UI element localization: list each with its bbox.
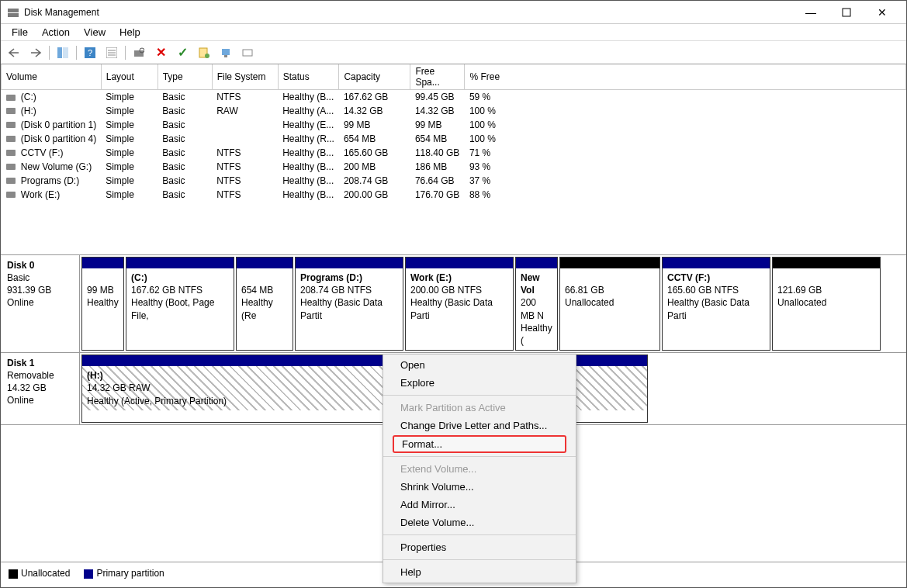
volume-row[interactable]: Work (E:)SimpleBasicNTFSHealthy (B...200…: [2, 188, 906, 202]
cm-change-drive-letter[interactable]: Change Drive Letter and Paths...: [383, 417, 576, 434]
partition-stripe: [237, 258, 293, 268]
cm-sep: [383, 559, 576, 560]
col-layout[interactable]: Layout: [101, 64, 158, 90]
svg-rect-13: [224, 55, 227, 57]
disk1-info[interactable]: Disk 1 Removable 14.32 GB Online: [1, 353, 80, 424]
svg-text:?: ?: [88, 48, 92, 57]
svg-rect-12: [222, 49, 230, 55]
svg-rect-14: [243, 50, 252, 56]
back-button[interactable]: [5, 44, 23, 61]
volume-row[interactable]: CCTV (F:)SimpleBasicNTFSHealthy (B...165…: [2, 146, 906, 160]
cm-extend-volume: Extend Volume...: [383, 460, 576, 478]
detach-vhd-icon[interactable]: [239, 44, 256, 61]
disk0-info[interactable]: Disk 0 Basic 931.39 GB Online: [1, 255, 80, 352]
volume-list[interactable]: Volume Layout Type File System Status Ca…: [1, 64, 906, 255]
cm-sep: [383, 534, 576, 535]
minimize-button[interactable]: —: [793, 1, 829, 24]
volume-row[interactable]: New Volume (G:)SimpleBasicNTFSHealthy (B…: [2, 160, 906, 174]
disk-row-0[interactable]: Disk 0 Basic 931.39 GB Online 99 MBHealt…: [1, 255, 906, 353]
toolbar: ? ✕ ✓: [1, 41, 906, 64]
partition[interactable]: 654 MBHealthy (Re: [236, 257, 293, 351]
menu-bar: File Action View Help: [1, 24, 906, 41]
svg-rect-3: [57, 47, 62, 58]
forward-button[interactable]: [27, 44, 44, 61]
cm-format[interactable]: Format...: [393, 435, 566, 453]
cm-sep: [383, 395, 576, 396]
col-volume[interactable]: Volume: [2, 64, 102, 90]
partition-stripe: [126, 258, 234, 268]
toolbar-separator: [125, 46, 126, 60]
cm-explore[interactable]: Explore: [383, 374, 576, 392]
settings-icon[interactable]: [103, 44, 120, 61]
drive-icon: [6, 150, 16, 156]
volume-row[interactable]: Programs (D:)SimpleBasicNTFSHealthy (B..…: [2, 174, 906, 188]
col-status[interactable]: Status: [278, 64, 339, 90]
volume-row[interactable]: (Disk 0 partition 1)SimpleBasicHealthy (…: [2, 118, 906, 132]
partition-stripe: [296, 258, 403, 268]
cm-add-mirror[interactable]: Add Mirror...: [383, 496, 576, 514]
close-button[interactable]: ✕: [864, 1, 900, 24]
toolbar-separator: [76, 46, 77, 60]
app-icon: [7, 6, 19, 19]
check-icon[interactable]: ✓: [174, 44, 191, 61]
new-simple-icon[interactable]: [196, 44, 213, 61]
col-capacity[interactable]: Capacity: [339, 64, 410, 90]
partition-stripe: [82, 258, 123, 268]
cm-delete-volume[interactable]: Delete Volume...: [383, 514, 576, 531]
partition[interactable]: CCTV (F:)165.60 GB NTFSHealthy (Basic Da…: [662, 257, 770, 351]
unallocated-partition[interactable]: 121.69 GBUnallocated: [772, 257, 881, 351]
partition[interactable]: 99 MBHealthy: [81, 257, 124, 351]
cm-sep: [383, 456, 576, 457]
col-percentfree[interactable]: % Free: [465, 64, 906, 90]
svg-rect-4: [63, 47, 68, 58]
cm-properties[interactable]: Properties: [383, 538, 576, 556]
legend-primary: Primary partition: [84, 568, 164, 579]
drive-icon: [6, 164, 16, 170]
partition-stripe: [773, 258, 880, 268]
partition-stripe: [560, 258, 659, 268]
partition[interactable]: Programs (D:)208.74 GB NTFSHealthy (Basi…: [295, 257, 403, 351]
drive-icon: [6, 108, 16, 114]
partition[interactable]: Work (E:)200.00 GB NTFSHealthy (Basic Da…: [405, 257, 514, 351]
maximize-button[interactable]: [829, 1, 864, 24]
volume-row[interactable]: (Disk 0 partition 4)SimpleBasicHealthy (…: [2, 132, 906, 146]
svg-rect-2: [843, 9, 850, 16]
legend-unallocated: Unallocated: [9, 568, 70, 579]
context-menu[interactable]: Open Explore Mark Partition as Active Ch…: [383, 354, 576, 583]
titlebar[interactable]: Disk Management — ✕: [1, 1, 906, 24]
delete-icon[interactable]: ✕: [152, 44, 169, 61]
svg-rect-8: [134, 50, 144, 57]
volume-row[interactable]: (C:)SimpleBasicNTFSHealthy (B...167.62 G…: [2, 90, 906, 104]
rescan-disk-icon[interactable]: [130, 44, 147, 61]
cm-help[interactable]: Help: [383, 563, 576, 581]
partition[interactable]: New Vol200 MB NHealthy (: [515, 257, 558, 351]
volume-header-row[interactable]: Volume Layout Type File System Status Ca…: [2, 64, 906, 90]
partition-stripe: [516, 258, 557, 268]
cm-shrink-volume[interactable]: Shrink Volume...: [383, 478, 576, 496]
svg-rect-1: [8, 13, 19, 17]
partition-stripe: [663, 258, 770, 268]
partition[interactable]: (C:)167.62 GB NTFSHealthy (Boot, Page Fi…: [126, 257, 234, 351]
drive-icon: [6, 192, 16, 198]
col-freespace[interactable]: Free Spa...: [410, 64, 465, 90]
menu-file[interactable]: File: [5, 25, 34, 40]
menu-help[interactable]: Help: [113, 25, 147, 40]
menu-view[interactable]: View: [78, 25, 112, 40]
attach-vhd-icon[interactable]: [217, 44, 234, 61]
toolbar-separator: [49, 46, 50, 60]
drive-icon: [6, 122, 16, 128]
col-filesystem[interactable]: File System: [212, 64, 278, 90]
layout-icon[interactable]: [54, 44, 71, 61]
svg-point-11: [205, 54, 209, 58]
drive-icon: [6, 95, 16, 101]
help-icon[interactable]: ?: [81, 44, 99, 61]
cm-open[interactable]: Open: [383, 356, 576, 374]
svg-rect-0: [8, 9, 19, 12]
title-text: Disk Management: [24, 7, 99, 18]
cm-mark-active: Mark Partition as Active: [383, 399, 576, 417]
volume-row[interactable]: (H:)SimpleBasicRAWHealthy (A...14.32 GB1…: [2, 104, 906, 118]
unallocated-partition[interactable]: 66.81 GBUnallocated: [559, 257, 660, 351]
menu-action[interactable]: Action: [36, 25, 76, 40]
drive-icon: [6, 136, 16, 142]
col-type[interactable]: Type: [158, 64, 212, 90]
